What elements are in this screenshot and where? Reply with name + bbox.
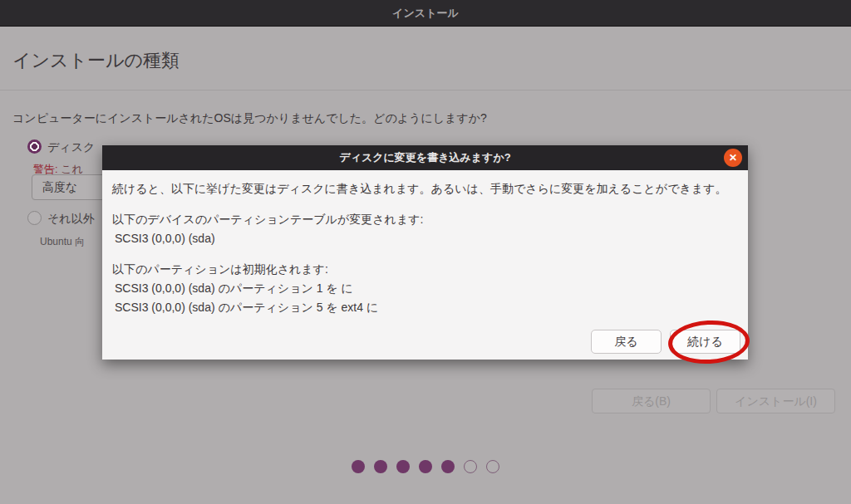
radio-something-else-sublabel: Ubuntu 向	[40, 235, 85, 249]
dialog-text-intro: 続けると、以下に挙げた変更はディスクに書き込まれます。あるいは、手動でさらに変更…	[112, 179, 738, 198]
dialog-body: 続けると、以下に挙げた変更はディスクに書き込まれます。あるいは、手動でさらに変更…	[102, 170, 748, 360]
dialog-titlebar: ディスクに変更を書き込みますか? ✕	[102, 145, 748, 170]
dialog-continue-button[interactable]: 続ける	[670, 330, 740, 354]
dialog-text-device-item: SCSI3 (0,0,0) (sda)	[112, 229, 738, 248]
dialog-title: ディスクに変更を書き込みますか?	[339, 150, 510, 165]
dialog-back-button[interactable]: 戻る	[591, 330, 662, 354]
dialog-text-devices: 以下のデバイスのパーティションテーブルが変更されます: SCSI3 (0,0,0…	[112, 210, 738, 248]
warning-label: 警告:	[33, 163, 58, 175]
write-changes-dialog: ディスクに変更を書き込みますか? ✕ 続けると、以下に挙げた変更はディスクに書き…	[102, 145, 748, 360]
back-button[interactable]: 戻る(B)	[592, 389, 711, 413]
installer-window: インストール インストールの種類 コンピューターにインストールされたOSは見つか…	[0, 0, 851, 504]
window-title: インストール	[392, 6, 459, 21]
close-icon[interactable]: ✕	[724, 149, 742, 167]
radio-something-else-label[interactable]: それ以外	[47, 212, 95, 227]
progress-dots	[352, 460, 499, 473]
radio-erase-disk-label[interactable]: ディスク	[47, 140, 95, 155]
radio-erase-disk[interactable]	[27, 139, 42, 154]
dialog-text-device-header: 以下のデバイスのパーティションテーブルが変更されます:	[112, 210, 738, 229]
progress-dot	[352, 460, 365, 473]
progress-dot	[464, 460, 477, 473]
page-title: インストールの種類	[12, 48, 180, 73]
dialog-text-partitions: 以下のパーティションは初期化されます: SCSI3 (0,0,0) (sda) …	[112, 260, 738, 317]
install-button[interactable]: インストール(I)	[716, 389, 835, 413]
progress-dot	[441, 460, 455, 473]
progress-dot	[486, 460, 499, 473]
dialog-text-partition-item-5: SCSI3 (0,0,0) (sda) のパーティション 5 を ext4 に	[112, 298, 738, 317]
intro-text: コンピューターにインストールされたOSは見つかりませんでした。どのようにしますか…	[12, 111, 487, 126]
page-header: インストールの種類	[0, 27, 851, 91]
progress-dot	[374, 460, 387, 473]
dialog-text-partition-header: 以下のパーティションは初期化されます:	[112, 260, 738, 279]
progress-dot	[396, 460, 410, 473]
radio-something-else[interactable]	[27, 211, 42, 225]
dialog-text-partition-item-1: SCSI3 (0,0,0) (sda) のパーティション 1 を に	[112, 279, 738, 298]
window-titlebar: インストール	[0, 0, 851, 27]
warning-text: これ	[58, 163, 83, 175]
dialog-buttons: 戻る 続ける	[591, 330, 740, 354]
progress-dot	[419, 460, 432, 473]
